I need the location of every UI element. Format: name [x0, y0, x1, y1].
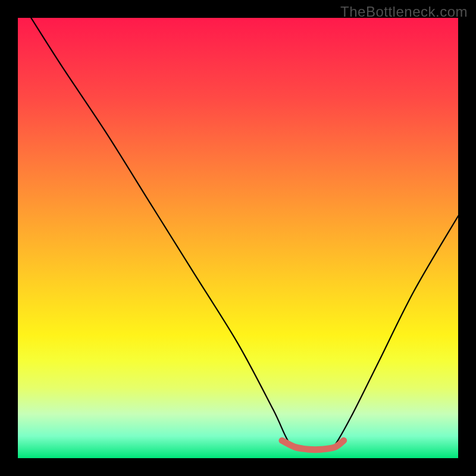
curve-layer — [18, 18, 458, 458]
watermark-text: TheBottleneck.com — [340, 4, 468, 20]
chart-frame: TheBottleneck.com — [0, 0, 476, 476]
min-flat-segment — [282, 440, 344, 449]
bottleneck-curve — [31, 18, 458, 450]
plot-area — [18, 18, 458, 458]
